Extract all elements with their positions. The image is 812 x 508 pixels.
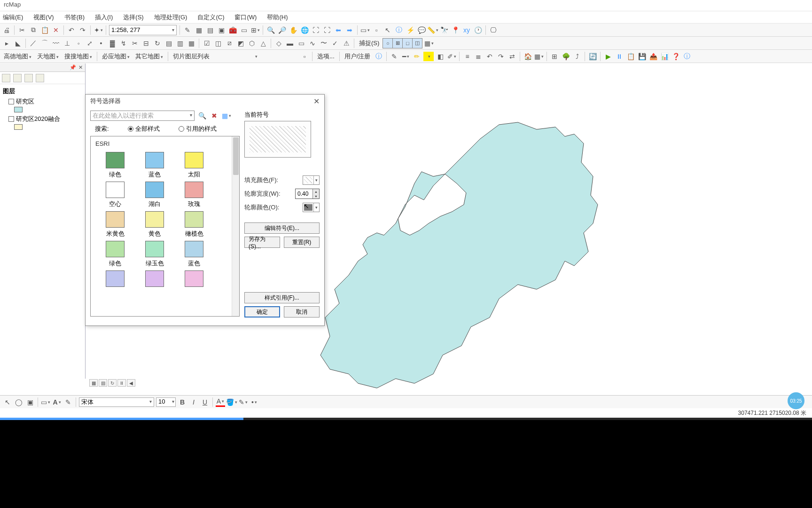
toc-list-by-source-icon[interactable] bbox=[13, 74, 22, 82]
symbol-item[interactable] bbox=[96, 270, 134, 289]
cut-polygon-icon[interactable]: ✂ bbox=[130, 39, 140, 48]
font-family-dropdown[interactable]: 宋体 bbox=[79, 397, 154, 407]
symbol-item[interactable]: 橄榄色 bbox=[175, 211, 213, 238]
scale-input[interactable]: 1:258, 277 bbox=[109, 25, 177, 35]
radio-referenced-styles[interactable]: 引用的样式 bbox=[179, 125, 217, 133]
fixed-zoom-out-icon[interactable]: ⛶ bbox=[322, 25, 332, 35]
reset-search-icon[interactable]: ✖ bbox=[210, 111, 219, 120]
layer-checkbox-icon[interactable] bbox=[8, 116, 14, 122]
symbol-item[interactable]: 空心 bbox=[96, 182, 134, 208]
symbol-item[interactable] bbox=[175, 270, 213, 289]
pause-draw-icon[interactable]: ⏸ bbox=[117, 379, 126, 387]
shared-features-icon[interactable]: ◩ bbox=[236, 39, 245, 48]
gaode-map-dropdown[interactable]: 高德地图 bbox=[2, 52, 33, 61]
symbol-item[interactable]: 蓝色 bbox=[136, 152, 173, 179]
rotate-left-icon[interactable]: ↶ bbox=[485, 52, 494, 61]
save-as-button[interactable]: 另存为(S)... bbox=[244, 237, 280, 248]
error-inspector-icon[interactable]: ⧄ bbox=[225, 39, 234, 48]
layout-icon[interactable]: ▦ bbox=[534, 52, 544, 61]
tianditu-dropdown[interactable]: 天地图 bbox=[35, 52, 61, 61]
prev-extent-icon[interactable]: ⬅ bbox=[334, 25, 343, 35]
snap-end-icon[interactable]: ⊞ bbox=[392, 38, 403, 48]
menu-customize[interactable]: 自定义(C) bbox=[195, 13, 226, 21]
layout-view-icon[interactable]: ▤ bbox=[99, 379, 107, 387]
menu-window[interactable]: 窗口(W) bbox=[233, 13, 258, 21]
layer-symbol-swatch[interactable] bbox=[14, 124, 23, 130]
planarize-icon[interactable]: △ bbox=[258, 39, 268, 48]
align-center-icon[interactable]: ≣ bbox=[474, 52, 483, 61]
font-size-dropdown[interactable]: 10 bbox=[156, 397, 176, 407]
toc-list-by-drawing-icon[interactable] bbox=[2, 74, 10, 82]
modelbuilder-icon[interactable]: ⊞ bbox=[250, 25, 260, 35]
find-route-icon[interactable]: 📍 bbox=[451, 25, 460, 35]
draw-line-icon[interactable]: ✎ bbox=[390, 52, 399, 61]
symbol-item[interactable]: 蓝色 bbox=[175, 241, 213, 268]
symbol-item[interactable]: 绿色 bbox=[96, 241, 134, 268]
info-icon[interactable]: ⓘ bbox=[374, 52, 383, 61]
catalog-icon[interactable]: ▤ bbox=[205, 25, 215, 35]
menu-insert[interactable]: 插入(I) bbox=[93, 13, 115, 21]
symbol-item[interactable]: 太阳 bbox=[175, 152, 213, 179]
menu-selection[interactable]: 选择(S) bbox=[121, 13, 145, 21]
view-mode-icon[interactable]: ▦ bbox=[222, 111, 231, 120]
symbol-item[interactable]: 绿色 bbox=[96, 152, 134, 179]
menu-geoprocessing[interactable]: 地理处理(G) bbox=[152, 13, 189, 21]
split-icon[interactable]: ⊟ bbox=[141, 39, 151, 48]
sketch-props-icon[interactable]: ▥ bbox=[175, 39, 185, 48]
zoom-to-selected-icon[interactable]: ▣ bbox=[25, 397, 35, 407]
outline-width-spinner[interactable]: ▲▼ bbox=[295, 189, 320, 199]
paste-icon[interactable]: 📋 bbox=[40, 25, 49, 35]
symbol-item[interactable]: 米黄色 bbox=[96, 211, 134, 238]
toc-options-icon[interactable] bbox=[36, 74, 44, 82]
bing-map-dropdown[interactable]: 必应地图 bbox=[100, 52, 132, 61]
measure-icon[interactable]: 📏 bbox=[428, 25, 437, 35]
straight-segment-icon[interactable]: ／ bbox=[29, 39, 38, 48]
marker-color-icon[interactable]: • bbox=[250, 397, 259, 407]
cancel-button[interactable]: 取消 bbox=[284, 306, 320, 318]
line-color-icon[interactable]: ✎ bbox=[238, 397, 248, 407]
chart-icon[interactable]: 📊 bbox=[660, 52, 669, 61]
menu-help[interactable]: 帮助(H) bbox=[265, 13, 289, 21]
editor-toolbar-icon[interactable]: ✎ bbox=[183, 25, 192, 35]
toc-layer-study-area[interactable]: 研究区 bbox=[1, 96, 84, 107]
create-viewer-icon[interactable]: 🖵 bbox=[489, 25, 498, 35]
scrollbar-thumb[interactable] bbox=[233, 137, 239, 175]
refresh-view-icon[interactable]: ↻ bbox=[108, 379, 117, 387]
fill-color-dropdown[interactable]: ▾ bbox=[303, 175, 320, 185]
symbol-item[interactable]: 玫瑰 bbox=[175, 182, 213, 208]
sosomap-dropdown[interactable]: 搜搜地图 bbox=[62, 52, 94, 61]
zoom-in-icon[interactable]: 🔍 bbox=[266, 25, 275, 35]
full-extent-icon[interactable]: 🌐 bbox=[300, 25, 309, 35]
zoom-out-icon[interactable]: 🔎 bbox=[277, 25, 287, 35]
menu-bookmarks[interactable]: 书签(B) bbox=[62, 13, 86, 21]
snap-options-icon[interactable]: ▦ bbox=[424, 39, 434, 48]
select-features-icon[interactable]: ▭ bbox=[360, 25, 370, 35]
search-window-icon[interactable]: ▣ bbox=[217, 25, 226, 35]
menu-view[interactable]: 视图(V) bbox=[31, 13, 55, 21]
dimension-icon[interactable]: ⊞ bbox=[550, 52, 559, 61]
dialog-titlebar[interactable]: 符号选择器 ✕ bbox=[86, 95, 324, 108]
record-icon[interactable]: 📋 bbox=[626, 52, 635, 61]
user-register-link[interactable]: 用户/注册 bbox=[343, 52, 373, 61]
toc-layer-study-area-2020[interactable]: 研究区2020融合 bbox=[1, 114, 84, 124]
topo-errors-icon[interactable]: ⚠ bbox=[342, 39, 351, 48]
scrollbar[interactable] bbox=[232, 136, 239, 316]
create-features-icon[interactable]: ▦ bbox=[187, 39, 196, 48]
next-extent-icon[interactable]: ➡ bbox=[345, 25, 354, 35]
edit-vertices-tool-icon[interactable]: ✎ bbox=[63, 397, 73, 407]
home-icon[interactable]: 🏠 bbox=[523, 52, 532, 61]
pan-icon[interactable]: ✋ bbox=[289, 25, 298, 35]
other-map-dropdown[interactable]: 其它地图 bbox=[133, 52, 165, 61]
reset-button[interactable]: 重置(R) bbox=[284, 237, 320, 248]
edit-tool-icon[interactable]: ▸ bbox=[2, 39, 11, 48]
close-panel-icon[interactable]: ✕ bbox=[77, 64, 84, 71]
flip-icon[interactable]: ⇄ bbox=[508, 52, 517, 61]
redo-icon[interactable]: ↷ bbox=[78, 25, 87, 35]
edit-symbol-button[interactable]: 编辑符号(E)... bbox=[244, 222, 320, 234]
identify-icon[interactable]: ⓘ bbox=[394, 25, 404, 35]
symbol-item[interactable]: 湖白 bbox=[136, 182, 173, 208]
topology-edit-icon[interactable]: ◇ bbox=[274, 39, 283, 48]
find-icon[interactable]: 🔭 bbox=[439, 25, 449, 35]
rotate-icon[interactable]: ↻ bbox=[153, 39, 162, 48]
search-icon[interactable]: 🔍 bbox=[197, 111, 207, 120]
